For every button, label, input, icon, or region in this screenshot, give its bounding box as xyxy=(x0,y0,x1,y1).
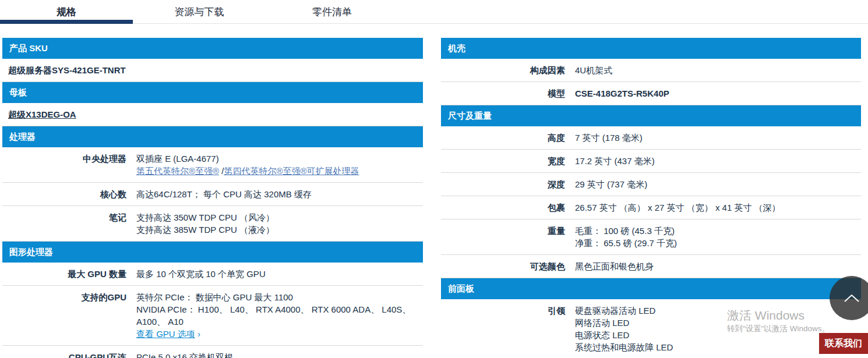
spec-label: 构成因素 xyxy=(441,64,565,76)
text: 硬盘驱动器活动 LED xyxy=(575,306,655,316)
spec-value: 26.57 英寸 （高） x 27 英寸 （宽） x 41 英寸 （深） xyxy=(565,201,861,214)
xeon-gen4-link[interactable]: 第四代英特尔®至强®可扩展处理器 xyxy=(224,166,359,176)
section-header: 母板 xyxy=(2,82,423,103)
text: 支持高达 385W TDP CPU （液冷） xyxy=(136,225,274,235)
section-header: 前面板 xyxy=(441,278,861,299)
spec-value: 双插座 E (LGA-4677)第五代英特尔®至强® /第四代英特尔®至强®可扩… xyxy=(126,153,423,177)
spec-row: 构成因素4U机架式 xyxy=(441,59,861,82)
spec-value: 高达64C/128T； 每个 CPU 高达 320MB 缓存 xyxy=(126,188,423,200)
spec-value: CSE-418G2TS-R5K40P xyxy=(565,87,861,100)
text: NVIDIA PCIe： H100、 L40、 RTX A4000、 RTX 6… xyxy=(136,304,411,327)
spec-column-right: 机壳构成因素4U机架式模型CSE-418G2TS-R5K40P尺寸及重量高度7 … xyxy=(441,38,861,358)
text: 29 英寸 (737 毫米) xyxy=(575,179,647,189)
text: 网络活动 LED xyxy=(575,318,629,328)
tab-parts-list[interactable]: 零件清单 xyxy=(266,0,398,23)
spec-label: 核心数 xyxy=(2,188,126,200)
text: 26.57 英寸 （高） x 27 英寸 （宽） x 41 英寸 （深） xyxy=(575,203,781,212)
text: 7 英寸 (178 毫米) xyxy=(575,133,643,143)
spec-row: 支持的GPU英特尔 PCIe： 数据中心 GPU 最大 1100NVIDIA P… xyxy=(2,286,423,346)
text: CSE-418G2TS-R5K40P xyxy=(575,88,669,98)
spec-row: 笔记支持高达 350W TDP CPU （风冷）支持高达 385W TDP CP… xyxy=(2,206,423,242)
text: 电源状态 LED xyxy=(575,330,629,340)
text: 英特尔 PCIe： 数据中心 GPU 最大 1100 xyxy=(136,292,293,302)
section-header: 尺寸及重量 xyxy=(441,105,861,126)
spec-label: 笔记 xyxy=(2,211,126,236)
spec-row: 高度7 英寸 (178 毫米) xyxy=(441,126,861,150)
text: 支持高达 350W TDP CPU （风冷） xyxy=(136,212,274,222)
text: 超级服务器SYS-421GE-TNRT xyxy=(8,65,126,75)
spec-value: 支持高达 350W TDP CPU （风冷）支持高达 385W TDP CPU … xyxy=(126,211,423,236)
text: 4U机架式 xyxy=(575,65,612,75)
spec-label: 中央处理器 xyxy=(2,153,126,177)
spec-row: 中央处理器双插座 E (LGA-4677)第五代英特尔®至强® /第四代英特尔®… xyxy=(2,147,423,183)
spec-value: 黑色正面和银色机身 xyxy=(565,260,861,272)
spec-row: CPU-GPU互连PCIe 5.0 x16 交换机双根 xyxy=(2,346,423,358)
spec-label: CPU-GPU互连 xyxy=(2,351,126,358)
spec-value: 29 英寸 (737 毫米) xyxy=(565,178,861,190)
spec-value: 毛重： 100 磅 (45.3 千克)净重： 65.5 磅 (29.7 千克) xyxy=(565,225,861,249)
view-gpu-options-link[interactable]: 查看 GPU 选项 xyxy=(136,329,195,339)
spec-label: 引领 xyxy=(441,304,565,353)
spec-label: 深度 xyxy=(441,178,565,190)
spec-value: 4U机架式 xyxy=(565,64,861,76)
back-to-top-button[interactable] xyxy=(830,276,868,320)
section-header: 图形处理器 xyxy=(2,242,423,263)
spec-value: PCIe 5.0 x16 交换机双根 xyxy=(126,351,423,358)
spec-label: 最大 GPU 数量 xyxy=(2,268,126,280)
spec-label: 支持的GPU xyxy=(2,291,126,340)
spec-label: 宽度 xyxy=(441,155,565,167)
motherboard-link[interactable]: 超级X13DEG-OA xyxy=(8,109,76,119)
spec-column-left: 产品 SKU超级服务器SYS-421GE-TNRT母板超级X13DEG-OA处理… xyxy=(2,38,423,358)
text: 17.2 英寸 (437 毫米) xyxy=(575,156,655,166)
text: › xyxy=(195,329,200,339)
tab-bar: 规格 资源与下载 零件清单 xyxy=(0,0,868,24)
chevron-up-icon xyxy=(843,293,860,303)
text: 毛重： 100 磅 (45.3 千克) xyxy=(575,226,675,236)
text: PCIe 5.0 x16 交换机双根 xyxy=(136,352,233,358)
text: 双插座 E (LGA-4677) xyxy=(136,154,219,164)
spec-row: 可选颜色黑色正面和银色机身 xyxy=(441,255,861,278)
spec-value: 17.2 英寸 (437 毫米) xyxy=(565,155,861,167)
spec-row: 宽度17.2 英寸 (437 毫米) xyxy=(441,150,861,173)
text: 净重： 65.5 磅 (29.7 千克) xyxy=(575,238,677,248)
text: 系统过热和电源故障 LED xyxy=(575,342,673,352)
section-header: 处理器 xyxy=(2,126,423,147)
spec-row: 重量毛重： 100 磅 (45.3 千克)净重： 65.5 磅 (29.7 千克… xyxy=(441,219,861,255)
tab-resources-downloads[interactable]: 资源与下载 xyxy=(133,0,266,23)
spec-row: 超级X13DEG-OA xyxy=(2,103,423,126)
section-header: 产品 SKU xyxy=(2,38,423,59)
xeon-gen5-link[interactable]: 第五代英特尔®至强® xyxy=(136,166,219,176)
spec-value: 硬盘驱动器活动 LED网络活动 LED电源状态 LED系统过热和电源故障 LED xyxy=(565,304,861,353)
spec-value: 英特尔 PCIe： 数据中心 GPU 最大 1100NVIDIA PCIe： H… xyxy=(126,291,423,340)
spec-label: 高度 xyxy=(441,132,565,144)
spec-value: 7 英寸 (178 毫米) xyxy=(565,132,861,144)
text: 黑色正面和银色机身 xyxy=(575,261,654,271)
spec-value: 超级服务器SYS-421GE-TNRT xyxy=(2,64,423,76)
spec-label: 重量 xyxy=(441,225,565,249)
spec-row: 深度29 英寸 (737 毫米) xyxy=(441,173,861,196)
spec-label: 可选颜色 xyxy=(441,260,565,272)
spec-row: 超级服务器SYS-421GE-TNRT xyxy=(2,59,423,82)
spec-row: 核心数高达64C/128T； 每个 CPU 高达 320MB 缓存 xyxy=(2,183,423,206)
contact-us-button[interactable]: 联系我们 xyxy=(819,333,868,354)
spec-label: 模型 xyxy=(441,87,565,100)
spec-label: 包裹 xyxy=(441,201,565,214)
text: 最多 10 个双宽或 10 个单宽 GPU xyxy=(136,269,266,279)
section-header: 机壳 xyxy=(441,38,861,59)
spec-row: 模型CSE-418G2TS-R5K40P xyxy=(441,82,861,105)
text: 高达64C/128T； 每个 CPU 高达 320MB 缓存 xyxy=(136,189,312,199)
spec-value: 超级X13DEG-OA xyxy=(2,108,423,120)
spec-row: 包裹26.57 英寸 （高） x 27 英寸 （宽） x 41 英寸 （深） xyxy=(441,196,861,219)
tab-specifications[interactable]: 规格 xyxy=(0,0,133,23)
spec-value: 最多 10 个双宽或 10 个单宽 GPU xyxy=(126,268,423,280)
spec-row: 引领硬盘驱动器活动 LED网络活动 LED电源状态 LED系统过热和电源故障 L… xyxy=(441,299,861,358)
spec-row: 最大 GPU 数量最多 10 个双宽或 10 个单宽 GPU xyxy=(2,263,423,286)
